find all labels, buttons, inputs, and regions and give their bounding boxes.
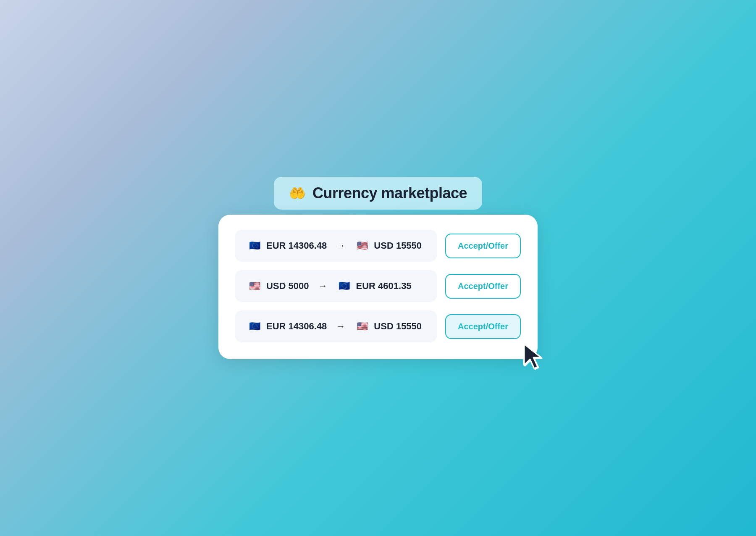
accept-offer-button-0[interactable]: Accept/Offer [445, 234, 521, 258]
trade-info-0: 🇪🇺 EUR 14306.48 → 🇺🇸 USD 15550 [235, 230, 437, 262]
from-flag-icon: 🇺🇸 [247, 279, 262, 294]
header-badge: 🤲 Currency marketplace [274, 177, 482, 210]
from-flag-icon: 🇪🇺 [247, 319, 262, 334]
from-currency-item: 🇺🇸 USD 5000 [247, 279, 309, 294]
cursor-icon [521, 342, 546, 372]
accept-offer-button-1[interactable]: Accept/Offer [445, 274, 521, 299]
from-currency-text: EUR 14306.48 [266, 321, 327, 332]
to-currency-item: 🇪🇺 EUR 4601.35 [337, 279, 412, 294]
table-row: 🇪🇺 EUR 14306.48 → 🇺🇸 USD 15550 Accept/Of… [235, 310, 521, 342]
to-currency-text: EUR 4601.35 [356, 281, 412, 292]
trade-info-2: 🇪🇺 EUR 14306.48 → 🇺🇸 USD 15550 [235, 310, 437, 342]
trade-info-1: 🇺🇸 USD 5000 → 🇪🇺 EUR 4601.35 [235, 270, 437, 302]
page-title: Currency marketplace [312, 184, 467, 202]
arrow-icon: → [336, 240, 345, 251]
arrow-icon: → [336, 321, 345, 332]
from-currency-item: 🇪🇺 EUR 14306.48 [247, 319, 327, 334]
accept-offer-button-2[interactable]: Accept/Offer [445, 314, 521, 339]
from-currency-text: USD 5000 [266, 281, 309, 292]
to-flag-icon: 🇺🇸 [354, 319, 370, 334]
to-currency-item: 🇺🇸 USD 15550 [354, 319, 422, 334]
from-currency-text: EUR 14306.48 [266, 240, 327, 251]
to-currency-text: USD 15550 [374, 321, 422, 332]
marketplace-icon: 🤲 [289, 185, 306, 201]
to-flag-icon: 🇪🇺 [337, 279, 352, 294]
arrow-icon: → [318, 281, 328, 292]
to-currency-item: 🇺🇸 USD 15550 [354, 238, 422, 253]
table-row: 🇺🇸 USD 5000 → 🇪🇺 EUR 4601.35 Accept/Offe… [235, 270, 521, 302]
to-currency-text: USD 15550 [374, 240, 422, 251]
marketplace-card: 🇪🇺 EUR 14306.48 → 🇺🇸 USD 15550 Accept/Of… [218, 215, 538, 359]
from-flag-icon: 🇪🇺 [247, 238, 262, 253]
from-currency-item: 🇪🇺 EUR 14306.48 [247, 238, 327, 253]
to-flag-icon: 🇺🇸 [354, 238, 370, 253]
table-row: 🇪🇺 EUR 14306.48 → 🇺🇸 USD 15550 Accept/Of… [235, 230, 521, 262]
main-container: 🤲 Currency marketplace 🇪🇺 EUR 14306.48 →… [218, 177, 538, 359]
